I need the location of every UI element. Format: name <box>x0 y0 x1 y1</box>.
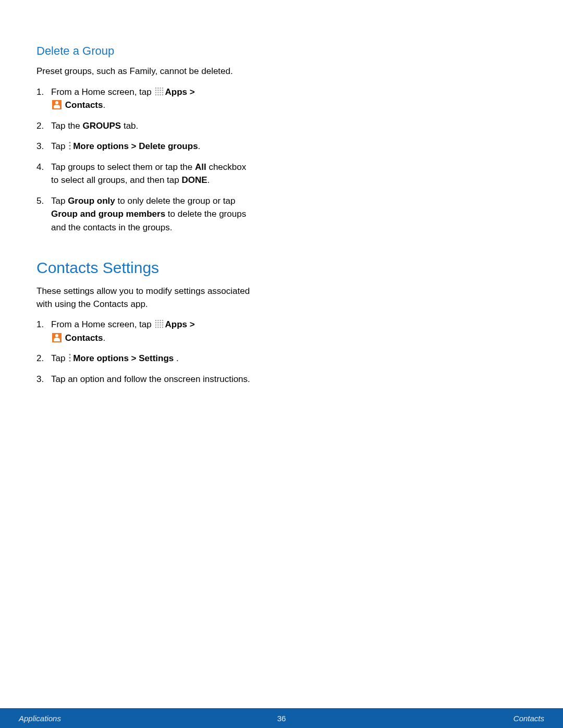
list-item: Tap the GROUPS tab. <box>36 119 255 133</box>
svg-point-36 <box>69 357 71 359</box>
svg-point-32 <box>158 327 159 328</box>
step-text: . <box>198 141 201 151</box>
svg-point-34 <box>162 327 163 328</box>
svg-point-29 <box>160 325 161 326</box>
svg-point-2 <box>160 87 161 88</box>
svg-point-8 <box>155 92 156 93</box>
footer-right: Contacts <box>513 714 544 723</box>
svg-point-16 <box>69 142 71 143</box>
group-only-label: Group only <box>68 196 115 206</box>
step-text: Tap the <box>51 121 83 131</box>
step-text: Tap <box>51 141 68 151</box>
heading-delete-group: Delete a Group <box>36 44 255 58</box>
svg-point-3 <box>162 87 163 88</box>
more-options-icon <box>68 353 71 362</box>
step-text: Tap groups to select them or tap the <box>51 162 195 172</box>
svg-point-5 <box>158 90 159 91</box>
group-members-label: Group and group members <box>51 209 165 219</box>
list-item: Tap More options > Settings . <box>36 352 255 365</box>
svg-point-25 <box>160 323 161 324</box>
contacts-icon <box>52 100 62 109</box>
svg-point-15 <box>162 94 163 95</box>
svg-point-17 <box>69 145 71 146</box>
step-text: to only delete the group or tap <box>115 196 236 206</box>
intro-delete-group: Preset groups, such as Family, cannot be… <box>36 65 255 78</box>
svg-point-12 <box>155 94 156 95</box>
list-item: From a Home screen, tap Apps > Contacts. <box>36 85 255 112</box>
step-text: Tap an option and follow the onscreen in… <box>51 374 250 384</box>
step-text: From a Home screen, tap <box>51 319 154 329</box>
list-item: Tap Group only to only delete the group … <box>36 194 255 235</box>
svg-point-26 <box>162 323 163 324</box>
apps-label: Apps > <box>165 87 194 97</box>
contacts-label: Contacts <box>65 100 103 110</box>
svg-point-27 <box>155 325 156 326</box>
svg-point-1 <box>158 87 159 88</box>
list-item: From a Home screen, tap Apps > Contacts. <box>36 318 255 344</box>
page-footer: Applications 36 Contacts <box>0 708 563 728</box>
footer-left: Applications <box>19 714 61 723</box>
step-text: From a Home screen, tap <box>51 87 154 97</box>
step-text: Tap <box>51 353 68 363</box>
svg-point-10 <box>160 92 161 93</box>
svg-point-6 <box>160 90 161 91</box>
more-options-icon <box>68 141 71 150</box>
svg-point-35 <box>69 354 71 355</box>
done-label: DONE <box>181 175 207 185</box>
svg-point-4 <box>155 90 156 91</box>
svg-point-7 <box>162 90 163 91</box>
steps-delete-group: From a Home screen, tap Apps > Contacts.… <box>36 85 255 235</box>
svg-point-0 <box>155 87 156 88</box>
groups-label: GROUPS <box>83 121 121 131</box>
page-number: 36 <box>277 714 286 723</box>
svg-point-20 <box>158 320 159 321</box>
intro-contacts-settings: These settings allow you to modify setti… <box>36 285 255 311</box>
svg-point-9 <box>158 92 159 93</box>
list-item: Tap More options > Delete groups. <box>36 140 255 153</box>
heading-contacts-settings: Contacts Settings <box>36 259 255 277</box>
svg-point-21 <box>160 320 161 321</box>
step-text: . <box>176 353 179 363</box>
svg-point-23 <box>155 323 156 324</box>
steps-contacts-settings: From a Home screen, tap Apps > Contacts.… <box>36 318 255 386</box>
more-settings-label: More options > Settings <box>73 353 176 363</box>
svg-point-33 <box>160 327 161 328</box>
svg-point-30 <box>162 325 163 326</box>
svg-point-31 <box>155 327 156 328</box>
apps-icon <box>155 319 164 328</box>
svg-point-13 <box>158 94 159 95</box>
step-text: . <box>103 333 105 343</box>
svg-point-28 <box>158 325 159 326</box>
apps-icon <box>155 87 164 96</box>
svg-point-11 <box>162 92 163 93</box>
step-text: . <box>103 100 105 110</box>
svg-point-19 <box>155 320 156 321</box>
svg-point-24 <box>158 323 159 324</box>
svg-point-14 <box>160 94 161 95</box>
svg-point-18 <box>69 148 71 150</box>
contacts-icon <box>52 333 62 342</box>
contacts-label: Contacts <box>65 333 103 343</box>
svg-point-37 <box>69 360 71 362</box>
all-label: All <box>195 162 206 172</box>
step-text: tab. <box>121 121 138 131</box>
step-text: . <box>207 175 210 185</box>
svg-point-22 <box>162 320 163 321</box>
apps-label: Apps > <box>165 319 194 329</box>
list-item: Tap an option and follow the onscreen in… <box>36 373 255 386</box>
list-item: Tap groups to select them or tap the All… <box>36 161 255 187</box>
step-text: Tap <box>51 196 68 206</box>
more-options-label: More options > Delete groups <box>73 141 198 151</box>
